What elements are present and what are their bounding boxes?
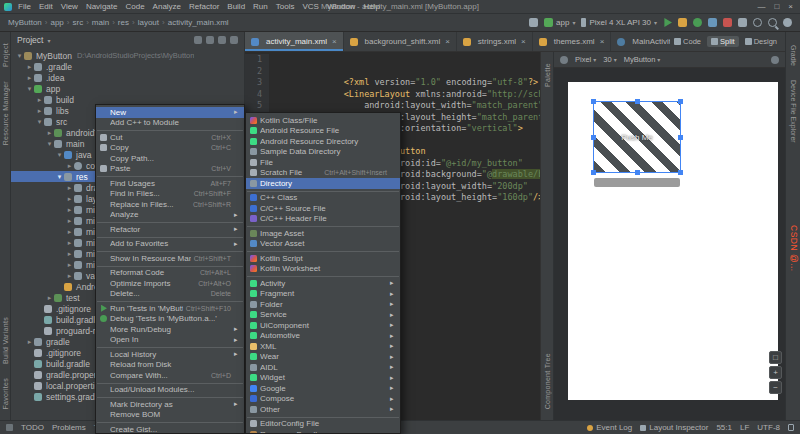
editor-view-mode-toggle[interactable]: Split <box>707 36 739 47</box>
editor-tab[interactable]: strings.xml × <box>457 32 533 51</box>
menu-item[interactable]: VCS <box>302 2 318 11</box>
caret-position-indicator[interactable]: 55:1 <box>716 423 732 432</box>
breadcrumb-item[interactable]: res <box>118 18 135 27</box>
context-menu-item[interactable]: Create Gist... <box>96 424 244 434</box>
gradle-sync-icon[interactable] <box>753 18 762 27</box>
submenu-item[interactable]: C/C++ Source File <box>246 203 400 214</box>
submenu-item[interactable]: Widget <box>246 373 400 384</box>
chevron-icon[interactable]: ▾ <box>55 151 64 159</box>
menu-item[interactable]: File <box>18 2 31 11</box>
breadcrumb-item[interactable]: src <box>73 18 89 27</box>
submenu-item[interactable]: Activity <box>246 278 400 289</box>
context-menu-item[interactable]: Copy Path... <box>96 153 244 164</box>
chevron-icon[interactable]: ▾ <box>45 140 54 148</box>
chevron-icon[interactable]: ▾ <box>35 118 44 126</box>
collapse-all-icon[interactable] <box>206 36 214 44</box>
chevron-icon[interactable]: ▸ <box>45 294 54 302</box>
submenu-item[interactable]: Fragment <box>246 289 400 300</box>
context-menu-item[interactable]: Replace in Files... Ctrl+Shift+R <box>96 199 244 210</box>
chevron-icon[interactable]: ▸ <box>25 63 34 71</box>
event-log-button[interactable]: Event Log <box>587 423 632 432</box>
submenu-item[interactable]: Image Asset <box>246 228 400 239</box>
breadcrumb-item[interactable]: main <box>92 18 115 27</box>
context-menu-item[interactable]: Local History <box>96 349 244 360</box>
tool-window-button[interactable]: Project <box>2 43 9 67</box>
chevron-icon[interactable]: ▸ <box>65 195 74 203</box>
chevron-icon[interactable]: ▸ <box>65 250 74 258</box>
submenu-item[interactable]: UiComponent <box>246 320 400 331</box>
design-canvas[interactable]: Push Me <box>554 68 785 420</box>
submenu-item[interactable]: Folder <box>246 299 400 310</box>
resize-handle[interactable] <box>678 170 683 175</box>
chevron-icon[interactable]: ▸ <box>25 338 34 346</box>
context-menu-item[interactable]: Find Usages Alt+F7 <box>96 178 244 189</box>
submenu-item[interactable]: Compose <box>246 394 400 405</box>
breadcrumb-item[interactable]: app <box>50 18 69 27</box>
run-button[interactable] <box>663 18 672 27</box>
refresh-preview-icon[interactable] <box>560 56 568 64</box>
context-menu-item[interactable]: Analyze <box>96 210 244 221</box>
menu-item[interactable]: Tools <box>276 2 295 11</box>
breadcrumb-item[interactable]: activity_main.xml <box>168 18 232 27</box>
chevron-icon[interactable]: ▸ <box>35 96 44 104</box>
submenu-item[interactable]: Service <box>246 310 400 321</box>
resize-handle[interactable] <box>591 135 596 140</box>
component-tree-tab[interactable]: Component Tree <box>544 353 551 409</box>
search-everywhere-icon[interactable] <box>768 18 777 27</box>
context-menu-item[interactable]: Add C++ to Module <box>96 118 244 129</box>
chevron-icon[interactable]: ▸ <box>65 206 74 214</box>
hide-panel-icon[interactable] <box>230 36 238 44</box>
context-menu-item[interactable]: Load/Unload Modules... <box>96 385 244 396</box>
maximize-button[interactable]: □ <box>774 2 779 11</box>
statusbar-toolwindow-button[interactable]: TODO <box>21 423 44 432</box>
resize-handle[interactable] <box>591 170 596 175</box>
minimize-button[interactable]: — <box>757 2 765 11</box>
submenu-item[interactable]: XML <box>246 341 400 352</box>
zoom-in-button[interactable]: + <box>769 366 782 379</box>
line-ending-indicator[interactable]: LF <box>740 423 749 432</box>
resize-handle[interactable] <box>591 99 596 104</box>
context-menu-item[interactable]: Reload from Disk <box>96 360 244 371</box>
settings-icon[interactable] <box>783 18 792 27</box>
submenu-item[interactable]: Android Resource Directory <box>246 136 400 147</box>
close-button[interactable]: × <box>788 2 793 11</box>
submenu-item[interactable]: Directory <box>246 178 400 189</box>
menu-item[interactable]: Window <box>327 2 355 11</box>
context-menu-item[interactable]: Mark Directory as <box>96 399 244 410</box>
tool-window-button[interactable]: Gradle <box>790 45 797 66</box>
submenu-item[interactable]: Vector Asset <box>246 239 400 250</box>
design-api-selector[interactable]: 30 <box>603 55 616 64</box>
tree-row[interactable]: ▸ .gradle <box>11 61 244 72</box>
panel-settings-icon[interactable] <box>218 36 226 44</box>
chevron-icon[interactable]: ▸ <box>45 129 54 137</box>
design-theme-selector[interactable]: MyButton <box>624 55 661 64</box>
tab-close-icon[interactable]: × <box>445 37 450 46</box>
context-menu-item[interactable]: Remove BOM <box>96 410 244 421</box>
editor-tab[interactable]: themes.xml × <box>533 32 612 51</box>
breadcrumb-item[interactable]: MyButton <box>8 18 47 27</box>
tree-row[interactable]: ▾ app <box>11 83 244 94</box>
context-menu-item[interactable]: Compare With... Ctrl+D <box>96 370 244 381</box>
zoom-to-fit-button[interactable]: □ <box>769 351 782 364</box>
apply-changes-button[interactable] <box>678 18 687 27</box>
statusbar-toolwindow-button[interactable]: Problems <box>52 423 86 432</box>
submenu-item[interactable]: Sample Data Directory <box>246 147 400 158</box>
design-device-selector[interactable]: Pixel <box>575 55 596 64</box>
resize-handle[interactable] <box>678 99 683 104</box>
submenu-item[interactable]: EditorConfig File <box>246 419 400 430</box>
context-menu-item[interactable]: Cut Ctrl+X <box>96 132 244 143</box>
submenu-item[interactable]: Wear <box>246 352 400 363</box>
zoom-out-button[interactable]: − <box>769 381 782 394</box>
context-menu-item[interactable]: More Run/Debug <box>96 324 244 335</box>
context-menu-item[interactable]: Show In Resource Manager Ctrl+Shift+T <box>96 253 244 264</box>
editor-tab[interactable]: background_shift.xml × <box>344 32 457 51</box>
locate-file-icon[interactable] <box>194 36 202 44</box>
readonly-lock-icon[interactable] <box>788 424 794 431</box>
tab-close-icon[interactable]: × <box>332 37 337 46</box>
context-menu-item[interactable]: Run 'Tests in 'MyButton.a...' Ctrl+Shift… <box>96 303 244 314</box>
debug-button[interactable] <box>693 18 702 27</box>
profiler-button[interactable] <box>708 18 717 27</box>
chevron-icon[interactable]: ▾ <box>55 173 64 181</box>
menu-item[interactable]: Refactor <box>189 2 219 11</box>
device-screen[interactable]: Push Me <box>568 82 778 400</box>
